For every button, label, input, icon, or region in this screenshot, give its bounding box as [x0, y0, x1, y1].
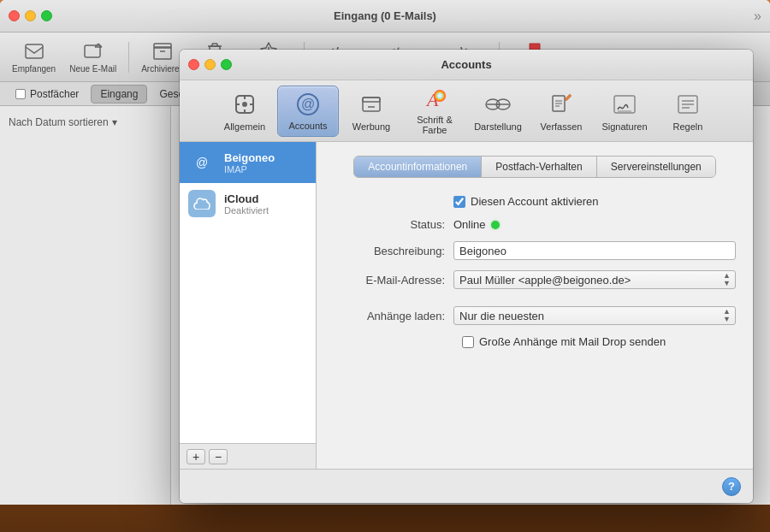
activate-account-label: Diesen Account aktivieren — [471, 195, 599, 208]
neue-email-label: Neue E-Mail — [69, 64, 116, 74]
status-dot — [491, 221, 500, 229]
svg-text:@: @ — [196, 156, 208, 169]
dialog-traffic-lights — [188, 59, 232, 70]
mail-drop-label: Große Anhänge mit Mail Drop senden — [479, 335, 666, 348]
tab-servereinstellungen[interactable]: Servereinstellungen — [597, 157, 715, 177]
help-button[interactable]: ? — [722, 477, 741, 496]
allgemein-label: Allgemein — [224, 121, 265, 132]
svg-point-19 — [242, 102, 247, 107]
remove-account-button[interactable]: − — [209, 449, 228, 464]
email-adresse-row: E-Mail-Adresse: Paul Müller <apple@beigo… — [334, 270, 736, 289]
regeln-icon — [674, 91, 702, 118]
beschreibung-input[interactable] — [453, 241, 736, 260]
toolbar-expand[interactable]: » — [754, 9, 761, 24]
beigoneo-icon: @ — [188, 149, 216, 176]
dialog-close-button[interactable] — [188, 59, 199, 70]
account-item-beigoneo[interactable]: @ Beigoneo IMAP — [180, 142, 316, 183]
svg-point-26 — [434, 90, 446, 102]
accounts-dialog: Accounts Allgemein @ Accounts Werbung — [180, 50, 753, 503]
beigoneo-type: IMAP — [224, 164, 275, 174]
dialog-minimize-button[interactable] — [204, 59, 216, 70]
svg-text:@: @ — [301, 97, 315, 111]
anhaenge-select-wrapper: Nur die neuesten Alle Keine ▲▼ — [453, 306, 736, 325]
empfangen-icon — [24, 41, 44, 62]
archivieren-label: Archivieren — [141, 64, 184, 74]
empfangen-button[interactable]: Empfangen — [7, 38, 61, 77]
signaturen-icon — [611, 91, 638, 118]
dialog-tool-darstellung[interactable]: Darstellung — [467, 86, 529, 137]
dialog-tool-regeln[interactable]: Regeln — [657, 86, 719, 137]
mail-drop-checkbox[interactable] — [462, 336, 474, 348]
spacer — [334, 299, 736, 306]
dialog-body: @ Beigoneo IMAP iCloud Deaktiviert — [180, 142, 753, 469]
beschreibung-row: Beschreibung: — [334, 241, 736, 260]
account-detail: Accountinformationen Postfach-Verhalten … — [317, 142, 753, 469]
sidebar: Nach Datum sortieren ▾ — [0, 106, 171, 505]
dialog-title-bar: Accounts — [180, 50, 753, 80]
empfangen-label: Empfangen — [12, 64, 56, 74]
email-adresse-label: E-Mail-Adresse: — [334, 274, 453, 287]
tab-eingang[interactable]: Eingang — [91, 85, 147, 103]
verfassen-icon — [548, 91, 575, 118]
dialog-toolbar: Allgemein @ Accounts Werbung A Schrift &… — [180, 80, 753, 142]
anhaenge-laden-select[interactable]: Nur die neuesten Alle Keine — [453, 306, 736, 325]
neue-email-button[interactable]: Neue E-Mail — [64, 38, 121, 77]
sidebar-filter[interactable]: Nach Datum sortieren ▾ — [0, 113, 170, 132]
dialog-maximize-button[interactable] — [221, 59, 232, 70]
werbung-icon — [358, 91, 385, 118]
close-button[interactable] — [9, 10, 20, 21]
tab-postfaecher[interactable]: Postfächer — [7, 85, 87, 103]
werbung-label: Werbung — [352, 121, 390, 132]
allgemein-icon — [231, 91, 258, 118]
svg-rect-35 — [614, 96, 635, 113]
tab-postfach-verhalten[interactable]: Postfach-Verhalten — [482, 157, 596, 177]
dialog-tool-verfassen[interactable]: Verfassen — [530, 86, 592, 137]
dialog-tool-schrift-farbe[interactable]: A Schrift & Farbe — [404, 86, 465, 137]
dialog-footer: ? — [180, 469, 753, 503]
window-title: Eingang (0 E-Mails) — [334, 9, 436, 22]
icloud-icon — [188, 190, 216, 217]
add-account-button[interactable]: + — [187, 449, 205, 464]
dialog-tool-allgemein[interactable]: Allgemein — [214, 86, 275, 137]
svg-rect-6 — [154, 44, 171, 48]
accounts-list: @ Beigoneo IMAP iCloud Deaktiviert — [180, 142, 316, 443]
beschreibung-label: Beschreibung: — [334, 245, 453, 257]
maximize-button[interactable] — [41, 10, 52, 21]
verfassen-label: Verfassen — [541, 121, 583, 132]
dialog-tool-werbung[interactable]: Werbung — [341, 86, 402, 137]
dialog-tool-accounts[interactable]: @ Accounts — [277, 86, 339, 137]
accounts-icon: @ — [294, 92, 322, 117]
beigoneo-name: Beigoneo — [224, 151, 275, 164]
accounts-list-footer: + − — [180, 443, 316, 469]
icloud-name: iCloud — [224, 192, 269, 205]
archivieren-icon — [152, 41, 173, 62]
email-adresse-select[interactable]: Paul Müller <apple@beigoneo.de> — [453, 270, 736, 289]
regeln-label: Regeln — [673, 121, 703, 132]
mail-drop-row: Große Anhänge mit Mail Drop senden — [334, 335, 736, 348]
svg-rect-23 — [363, 98, 380, 102]
status-row: Status: Online — [334, 218, 736, 231]
status-label: Status: — [334, 218, 453, 231]
email-adresse-select-wrapper: Paul Müller <apple@beigoneo.de> ▲▼ — [453, 270, 736, 289]
schrift-farbe-icon: A — [421, 87, 448, 111]
svg-rect-22 — [363, 98, 380, 111]
activate-checkbox-row: Diesen Account aktivieren — [334, 195, 736, 208]
dialog-title: Accounts — [441, 58, 491, 71]
account-item-icloud[interactable]: iCloud Deaktiviert — [180, 183, 316, 224]
schrift-farbe-label: Schrift & Farbe — [409, 115, 460, 135]
traffic-lights — [0, 10, 52, 21]
darstellung-icon — [484, 91, 512, 118]
postfaecher-checkbox[interactable] — [15, 89, 26, 99]
detail-tab-strip: Accountinformationen Postfach-Verhalten … — [353, 156, 716, 178]
anhaenge-laden-row: Anhänge laden: Nur die neuesten Alle Kei… — [334, 306, 736, 325]
activate-account-checkbox[interactable] — [453, 196, 465, 208]
svg-rect-5 — [154, 47, 171, 59]
tab-account-info[interactable]: Accountinformationen — [354, 157, 482, 177]
darstellung-label: Darstellung — [474, 121, 522, 132]
minimize-button[interactable] — [25, 10, 36, 21]
neue-email-icon — [83, 41, 104, 62]
signaturen-label: Signaturen — [601, 121, 647, 132]
beschreibung-field — [453, 241, 736, 260]
icloud-type: Deaktiviert — [224, 205, 269, 216]
dialog-tool-signaturen[interactable]: Signaturen — [594, 86, 655, 137]
